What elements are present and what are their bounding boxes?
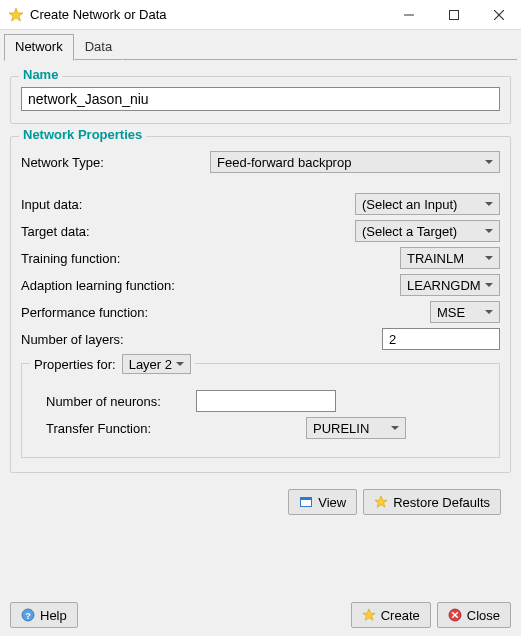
performance-function-select[interactable]: MSE — [430, 301, 500, 323]
target-data-value: (Select a Target) — [362, 224, 457, 239]
group-name: Name — [10, 76, 511, 124]
group-network-properties: Network Properties Network Type: Feed-fo… — [10, 136, 511, 473]
layer-select-value: Layer 2 — [129, 357, 172, 372]
help-button[interactable]: ? Help — [10, 602, 78, 628]
training-function-value: TRAINLM — [407, 251, 464, 266]
adaption-function-label: Adaption learning function: — [21, 278, 175, 293]
transfer-function-value: PURELIN — [313, 421, 369, 436]
svg-marker-10 — [363, 609, 375, 620]
performance-function-value: MSE — [437, 305, 465, 320]
svg-rect-2 — [449, 10, 458, 19]
svg-rect-6 — [301, 498, 312, 501]
adaption-function-select[interactable]: LEARNGDM — [400, 274, 500, 296]
svg-text:?: ? — [25, 611, 31, 621]
help-label: Help — [40, 608, 67, 623]
footer-bar: ? Help Create Close — [0, 602, 521, 628]
close-window-button[interactable] — [476, 0, 521, 30]
transfer-function-select[interactable]: PURELIN — [306, 417, 406, 439]
performance-function-label: Performance function: — [21, 305, 148, 320]
group-layer-properties: Properties for: Layer 2 Number of neuron… — [21, 363, 500, 458]
svg-marker-0 — [9, 8, 23, 21]
tab-bar: Network Data — [0, 30, 521, 60]
view-label: View — [318, 495, 346, 510]
network-type-label: Network Type: — [21, 155, 104, 170]
window-title: Create Network or Data — [30, 7, 167, 22]
layer-props-title: Properties for: — [34, 357, 116, 372]
group-props-title: Network Properties — [19, 127, 146, 142]
svg-marker-7 — [375, 496, 387, 507]
create-button[interactable]: Create — [351, 602, 431, 628]
layer-select[interactable]: Layer 2 — [122, 354, 191, 374]
target-data-select[interactable]: (Select a Target) — [355, 220, 500, 242]
tab-network-label: Network — [15, 39, 63, 54]
num-layers-value: 2 — [389, 332, 396, 347]
target-data-label: Target data: — [21, 224, 90, 239]
tab-rule — [123, 34, 517, 60]
app-star-icon — [8, 7, 24, 23]
close-button[interactable]: Close — [437, 602, 511, 628]
tab-network[interactable]: Network — [4, 34, 74, 61]
restore-label: Restore Defaults — [393, 495, 490, 510]
group-name-title: Name — [19, 67, 62, 82]
close-label: Close — [467, 608, 500, 623]
adaption-function-value: LEARNGDM — [407, 278, 481, 293]
view-button[interactable]: View — [288, 489, 357, 515]
create-star-icon — [362, 608, 376, 622]
input-data-value: (Select an Input) — [362, 197, 457, 212]
training-function-select[interactable]: TRAINLM — [400, 247, 500, 269]
training-function-label: Training function: — [21, 251, 120, 266]
tab-data[interactable]: Data — [74, 34, 123, 60]
restore-star-icon — [374, 495, 388, 509]
restore-defaults-button[interactable]: Restore Defaults — [363, 489, 501, 515]
network-name-input[interactable] — [21, 87, 500, 111]
maximize-button[interactable] — [431, 0, 476, 30]
input-data-label: Input data: — [21, 197, 82, 212]
network-type-select[interactable]: Feed-forward backprop — [210, 151, 500, 173]
transfer-function-label: Transfer Function: — [46, 421, 196, 436]
network-type-value: Feed-forward backprop — [217, 155, 351, 170]
num-neurons-label: Number of neurons: — [46, 394, 196, 409]
close-icon — [448, 608, 462, 622]
num-layers-input[interactable]: 2 — [382, 328, 500, 350]
button-row-middle: View Restore Defaults — [10, 485, 511, 519]
input-data-select[interactable]: (Select an Input) — [355, 193, 500, 215]
content-area: Name Network Properties Network Type: Fe… — [0, 60, 521, 527]
titlebar: Create Network or Data — [0, 0, 521, 30]
create-label: Create — [381, 608, 420, 623]
help-icon: ? — [21, 608, 35, 622]
num-neurons-input[interactable] — [196, 390, 336, 412]
minimize-button[interactable] — [386, 0, 431, 30]
view-icon — [299, 495, 313, 509]
tab-data-label: Data — [85, 39, 112, 54]
num-layers-label: Number of layers: — [21, 332, 124, 347]
window-controls — [386, 0, 521, 30]
